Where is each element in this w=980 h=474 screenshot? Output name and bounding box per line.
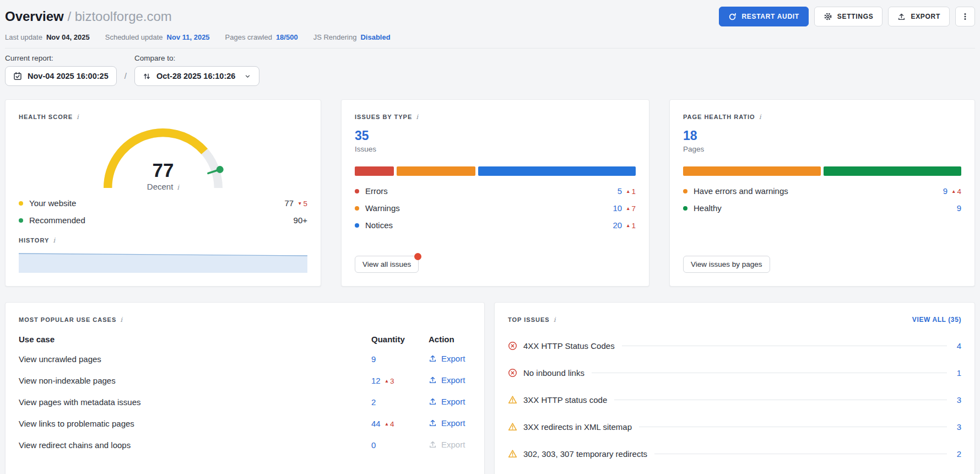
top-issues-header: TOP ISSUESi VIEW ALL (35) [508,316,961,324]
legend-value[interactable]: 9 [943,186,947,196]
legend-row: Have errors and warnings9▲4 [683,182,961,200]
use-case-quantity-link[interactable]: 0 [371,440,376,450]
current-report-picker[interactable]: Nov-04 2025 16:00:25 [5,66,117,86]
page-header: Overview / biztoolforge.com RESTART AUDI… [5,0,975,26]
legend-dot-icon [19,218,23,223]
column-header-quantity: Quantity [371,335,429,344]
compare-report-group: Compare to: Oct-28 2025 16:10:26 [134,54,260,86]
info-icon[interactable]: i [53,236,56,244]
use-case-label: View non-indexable pages [19,376,371,385]
top-issue-row: 3XX redirects in XML sitemap3 [508,413,961,440]
audit-meta: Last updateNov 04, 2025Scheduled updateN… [5,33,975,41]
settings-button[interactable]: SETTINGS [814,7,883,26]
notification-dot [414,253,421,260]
export-button[interactable]: EXPORT [888,7,950,26]
legend-value[interactable]: 10 [613,203,622,213]
meta-label: Scheduled update [105,33,163,41]
view-issues-by-pages-button[interactable]: View issues by pages [683,256,770,273]
page-health-stacked-bar [683,166,961,176]
view-all-issues-button[interactable]: View all issues [355,256,419,273]
compare-report-label: Compare to: [134,54,260,62]
legend-row: Your website77▼5 [19,195,307,212]
info-icon[interactable]: i [177,184,179,191]
info-icon[interactable]: i [416,113,419,121]
info-icon[interactable]: i [759,113,762,121]
bar-segment [478,166,636,176]
use-case-quantity-link[interactable]: 12 [371,376,381,385]
health-score-gauge: 77 Decenti [98,123,228,191]
meta-value[interactable]: 18/500 [276,33,298,41]
top-issue-label: 3XX redirects in XML sitemap [523,422,632,432]
info-icon[interactable]: i [120,316,123,324]
leader-line [654,454,947,454]
issues-stacked-bar [355,166,636,176]
use-case-quantity-link[interactable]: 44 [371,419,381,428]
delta-indicator: ▲4 [951,187,961,196]
legend-row: Warnings10▲7 [355,200,636,217]
bar-segment [397,166,475,176]
export-icon [429,376,437,384]
top-issue-count-link[interactable]: 1 [955,368,961,378]
delta-arrow-icon: ▲ [951,188,956,194]
legend-label: Notices [365,220,393,230]
top-issues-list: 4XX HTTP Status Codes4No inbound links13… [508,332,961,467]
compare-arrows-icon [143,72,151,80]
warning-icon [508,395,517,405]
export-link[interactable]: Export [429,375,465,385]
export-label: Export [441,375,465,385]
chevron-down-icon [244,73,251,80]
export-icon [897,13,906,21]
legend-row: Healthy9 [683,200,961,217]
history-title: HISTORYi [19,236,307,244]
column-header-action: Action [429,335,471,344]
page-health-ratio-title: PAGE HEALTH RATIOi [683,113,961,121]
top-issue-count-link[interactable]: 3 [955,395,961,405]
delta-indicator: ▲3 [385,377,394,385]
meta-label: JS Rendering [313,33,357,41]
top-issue-count-link[interactable]: 3 [955,422,961,432]
legend-value[interactable]: 5 [618,186,622,196]
top-issue-count-link[interactable]: 4 [955,341,961,351]
delta-indicator: ▼5 [297,200,307,208]
use-case-quantity-link[interactable]: 9 [371,354,376,364]
legend-value[interactable]: 9 [957,203,961,213]
legend-label: Recommended [29,216,85,225]
view-all-link[interactable]: VIEW ALL (35) [912,316,961,324]
compare-report-picker[interactable]: Oct-28 2025 16:10:26 [134,66,260,86]
current-report-label: Current report: [5,54,117,62]
export-link[interactable]: Export [429,418,465,428]
info-icon[interactable]: i [77,113,79,121]
top-issue-count-link[interactable]: 2 [955,449,961,459]
legend-dot-icon [355,223,359,228]
legend-label: Your website [29,198,76,208]
delta-arrow-icon: ▲ [626,188,630,194]
health-score-card: HEALTH SCOREi 77 Decenti Your website77▼… [5,99,321,287]
use-case-quantity-link[interactable]: 2 [371,397,376,407]
export-label: Export [441,418,465,428]
issues-total-label: Issues [355,145,636,153]
export-link[interactable]: Export [429,397,465,406]
issues-by-type-card: ISSUES BY TYPEi 35 Issues Errors5▲1Warni… [341,99,649,287]
restart-audit-button[interactable]: RESTART AUDIT [719,7,808,26]
legend-label: Warnings [365,203,400,213]
column-header-use-case: Use case [19,335,371,344]
meta-label: Pages crawled [225,33,272,41]
export-link[interactable]: Export [429,354,465,363]
legend-dot-icon [683,206,687,211]
top-issue-label: No inbound links [523,368,584,378]
info-icon[interactable]: i [554,316,556,324]
health-score-title: HEALTH SCOREi [19,113,307,121]
pages-total-link[interactable]: 18 [683,128,961,143]
issues-total-link[interactable]: 35 [355,128,636,143]
meta-item: Last updateNov 04, 2025 [5,33,90,41]
more-options-button[interactable] [955,7,975,26]
export-icon [429,354,437,363]
meta-value[interactable]: Nov 11, 2025 [167,33,210,41]
meta-value[interactable]: Disabled [360,33,390,41]
top-issue-label: 3XX HTTP status code [523,395,607,405]
delta-arrow-icon: ▲ [626,223,630,228]
legend-label: Have errors and warnings [694,186,788,196]
page-health-button-row: View issues by pages [683,256,961,273]
legend-value[interactable]: 20 [613,220,622,230]
page-title-text: Overview [5,9,64,24]
